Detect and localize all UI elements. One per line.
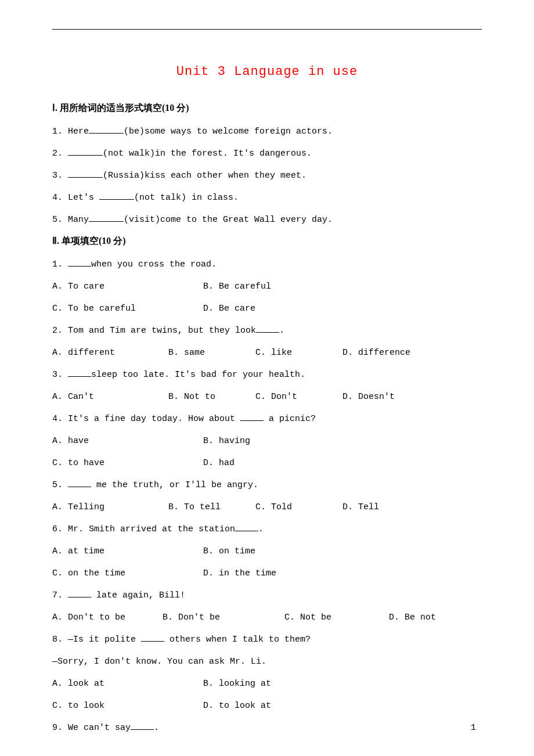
item-text-pre: 2. xyxy=(52,149,68,159)
mc-option: D. Tell xyxy=(342,501,430,514)
q-text-post: when you cross the road. xyxy=(91,260,217,269)
mc-option: D. to look at xyxy=(203,699,354,713)
mc-options-row: A. different B. same C. like D. differen… xyxy=(52,346,482,360)
blank-line xyxy=(68,169,103,178)
blank-line xyxy=(235,523,258,531)
mc-option: C. To be careful xyxy=(52,302,203,316)
q-text-post: others when I talk to them? xyxy=(164,635,311,645)
q-text-post: me the truth, or I'll be angry. xyxy=(91,480,258,490)
mc-option: D. Be not xyxy=(389,611,459,625)
mc-option: B. looking at xyxy=(203,677,354,691)
blank-line xyxy=(68,147,103,156)
top-horizontal-rule xyxy=(52,29,482,30)
blank-line xyxy=(89,125,124,134)
item-text-pre: 4. Let's xyxy=(52,193,99,203)
q-text-pre: 5. xyxy=(52,480,68,490)
mc-question: 1. when you cross the road. xyxy=(52,258,482,272)
mc-options-row: A. look at B. looking at xyxy=(52,677,482,691)
mc-option: A. Can't xyxy=(52,390,168,404)
mc-option: D. in the time xyxy=(203,567,354,581)
mc-option: B. Don't be xyxy=(163,611,284,625)
mc-question: 5. me the truth, or I'll be angry. xyxy=(52,478,482,492)
mc-option: B. To tell xyxy=(168,501,255,514)
mc-option: A. at time xyxy=(52,545,203,559)
mc-question: 7. late again, Bill! xyxy=(52,589,482,603)
mc-options-row: A. Telling B. To tell C. Told D. Tell xyxy=(52,501,482,514)
mc-option: C. Not be xyxy=(284,611,389,625)
mc-option: C. to look xyxy=(52,699,203,713)
item-text-pre: 5. Many xyxy=(52,215,89,225)
mc-question: 8. —Is it polite others when I talk to t… xyxy=(52,633,482,647)
blank-line xyxy=(68,368,91,377)
mc-options-row: A. Can't B. Not to C. Don't D. Doesn't xyxy=(52,390,482,404)
mc-option: D. Be care xyxy=(203,302,354,316)
mc-options-row: A. have B. having xyxy=(52,434,482,448)
mc-option: A. look at xyxy=(52,677,203,691)
item-text-pre: 1. Here xyxy=(52,127,89,136)
section-1-heading: Ⅰ. 用所给词的适当形式填空(10 分) xyxy=(52,102,482,114)
q-text-pre: 3. xyxy=(52,370,68,380)
mc-question: 4. It's a fine day today. How about a pi… xyxy=(52,412,482,426)
fill-blank-item: 2. (not walk)in the forest. It's dangero… xyxy=(52,147,482,161)
item-text-pre: 3. xyxy=(52,171,68,181)
blank-line xyxy=(141,633,164,642)
q-text-pre: 8. —Is it polite xyxy=(52,635,141,645)
mc-options-row: A. Don't to be B. Don't be C. Not be D. … xyxy=(52,611,482,625)
item-text-post: (visit)come to the Great Wall every day. xyxy=(124,215,333,225)
q-text-pre: 7. xyxy=(52,591,68,600)
q-text-pre: 6. Mr. Smith arrived at the station xyxy=(52,524,235,534)
q-text-post: . xyxy=(258,524,264,534)
mc-option: B. having xyxy=(203,434,354,448)
blank-line xyxy=(89,213,124,222)
blank-line xyxy=(131,721,154,730)
item-text-post: (be)some ways to welcome foreign actors. xyxy=(124,127,333,136)
q-text-post: . xyxy=(279,326,284,336)
mc-options-row: C. to look D. to look at xyxy=(52,699,482,713)
mc-option: C. like xyxy=(255,346,342,360)
blank-line xyxy=(68,258,91,267)
mc-question-line2: —Sorry, I don't know. You can ask Mr. Li… xyxy=(52,655,482,669)
mc-option: A. To care xyxy=(52,280,203,294)
mc-option: D. had xyxy=(203,456,354,470)
mc-option: D. difference xyxy=(342,346,430,360)
blank-line xyxy=(256,324,279,333)
page-number: 1 xyxy=(471,723,476,733)
mc-option: B. Not to xyxy=(168,390,255,404)
item-text-post: (not talk) in class. xyxy=(134,193,239,203)
mc-option: C. to have xyxy=(52,456,203,470)
section-2-items: 1. when you cross the road. A. To care B… xyxy=(52,258,482,735)
fill-blank-item: 4. Let's (not talk) in class. xyxy=(52,191,482,205)
q-text-post: sleep too late. It's bad for your health… xyxy=(91,370,305,380)
document-page: Unit 3 Language in use Ⅰ. 用所给词的适当形式填空(10… xyxy=(0,0,534,756)
mc-option: B. Be careful xyxy=(203,280,354,294)
mc-question: 2. Tom and Tim are twins, but they look. xyxy=(52,324,482,338)
mc-option: B. on time xyxy=(203,545,354,559)
mc-question: 6. Mr. Smith arrived at the station. xyxy=(52,523,482,537)
q-text-post: late again, Bill! xyxy=(91,591,185,600)
section-1-items: 1. Here(be)some ways to welcome foreign … xyxy=(52,125,482,227)
fill-blank-item: 1. Here(be)some ways to welcome foreign … xyxy=(52,125,482,139)
blank-line xyxy=(68,478,91,487)
fill-blank-item: 3. (Russia)kiss each other when they mee… xyxy=(52,169,482,183)
mc-option: A. different xyxy=(52,346,168,360)
mc-option: B. same xyxy=(168,346,255,360)
q-text-pre: 9. We can't say xyxy=(52,723,131,733)
mc-option: D. Doesn't xyxy=(342,390,430,404)
mc-option: C. Told xyxy=(255,501,342,514)
mc-options-row: C. To be careful D. Be care xyxy=(52,302,482,316)
blank-line xyxy=(68,589,91,597)
section-2-heading: Ⅱ. 单项填空(10 分) xyxy=(52,235,482,247)
q-text-pre: 1. xyxy=(52,260,68,269)
q-text-post: . xyxy=(154,723,159,733)
mc-option: C. on the time xyxy=(52,567,203,581)
mc-option: A. Don't to be xyxy=(52,611,163,625)
q-text-pre: 2. Tom and Tim are twins, but they look xyxy=(52,326,256,336)
mc-options-row: C. to have D. had xyxy=(52,456,482,470)
item-text-post: (not walk)in the forest. It's dangerous. xyxy=(103,149,312,159)
mc-question: 3. sleep too late. It's bad for your hea… xyxy=(52,368,482,382)
mc-options-row: A. at time B. on time xyxy=(52,545,482,559)
item-text-post: (Russia)kiss each other when they meet. xyxy=(103,171,306,181)
mc-option: A. Telling xyxy=(52,501,168,514)
blank-line xyxy=(240,412,264,421)
blank-line xyxy=(99,191,134,200)
